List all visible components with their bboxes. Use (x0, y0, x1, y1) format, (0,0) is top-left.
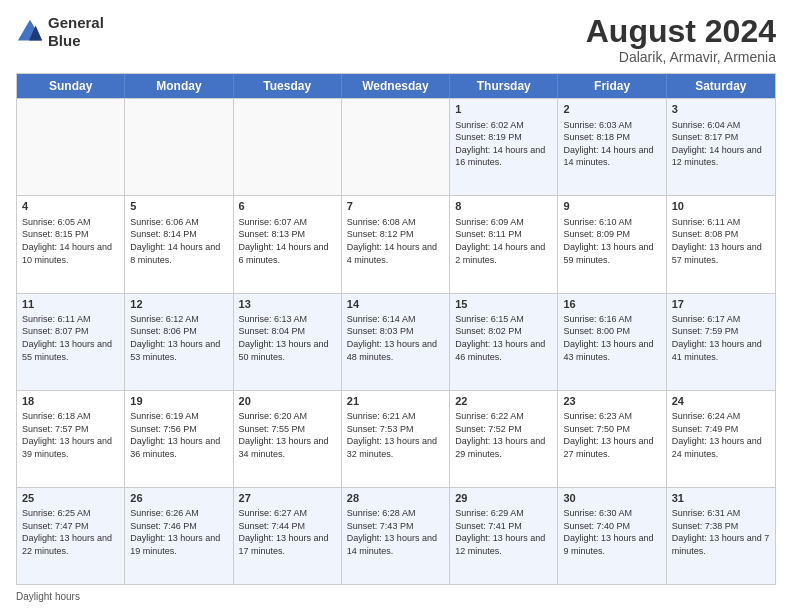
day-number: 8 (455, 199, 552, 214)
calendar-cell: 2Sunrise: 6:03 AM Sunset: 8:18 PM Daylig… (558, 99, 666, 195)
calendar-cell: 30Sunrise: 6:30 AM Sunset: 7:40 PM Dayli… (558, 488, 666, 584)
day-number: 9 (563, 199, 660, 214)
day-info: Sunrise: 6:05 AM Sunset: 8:15 PM Dayligh… (22, 216, 119, 266)
day-info: Sunrise: 6:18 AM Sunset: 7:57 PM Dayligh… (22, 410, 119, 460)
calendar-cell: 31Sunrise: 6:31 AM Sunset: 7:38 PM Dayli… (667, 488, 775, 584)
day-info: Sunrise: 6:06 AM Sunset: 8:14 PM Dayligh… (130, 216, 227, 266)
day-number: 7 (347, 199, 444, 214)
calendar-cell: 16Sunrise: 6:16 AM Sunset: 8:00 PM Dayli… (558, 294, 666, 390)
calendar: SundayMondayTuesdayWednesdayThursdayFrid… (16, 73, 776, 585)
day-number: 29 (455, 491, 552, 506)
day-number: 6 (239, 199, 336, 214)
day-number: 10 (672, 199, 770, 214)
calendar-row-2: 4Sunrise: 6:05 AM Sunset: 8:15 PM Daylig… (17, 195, 775, 292)
day-info: Sunrise: 6:08 AM Sunset: 8:12 PM Dayligh… (347, 216, 444, 266)
subtitle: Dalarik, Armavir, Armenia (586, 49, 776, 65)
calendar-cell: 28Sunrise: 6:28 AM Sunset: 7:43 PM Dayli… (342, 488, 450, 584)
calendar-cell (125, 99, 233, 195)
title-section: August 2024 Dalarik, Armavir, Armenia (586, 14, 776, 65)
calendar-row-5: 25Sunrise: 6:25 AM Sunset: 7:47 PM Dayli… (17, 487, 775, 584)
day-info: Sunrise: 6:21 AM Sunset: 7:53 PM Dayligh… (347, 410, 444, 460)
calendar-cell: 6Sunrise: 6:07 AM Sunset: 8:13 PM Daylig… (234, 196, 342, 292)
calendar-row-4: 18Sunrise: 6:18 AM Sunset: 7:57 PM Dayli… (17, 390, 775, 487)
calendar-cell: 5Sunrise: 6:06 AM Sunset: 8:14 PM Daylig… (125, 196, 233, 292)
day-number: 28 (347, 491, 444, 506)
day-number: 30 (563, 491, 660, 506)
day-number: 23 (563, 394, 660, 409)
day-info: Sunrise: 6:28 AM Sunset: 7:43 PM Dayligh… (347, 507, 444, 557)
footer: Daylight hours (16, 591, 776, 602)
footer-text: Daylight hours (16, 591, 80, 602)
calendar-cell: 12Sunrise: 6:12 AM Sunset: 8:06 PM Dayli… (125, 294, 233, 390)
day-number: 1 (455, 102, 552, 117)
day-info: Sunrise: 6:07 AM Sunset: 8:13 PM Dayligh… (239, 216, 336, 266)
day-number: 16 (563, 297, 660, 312)
calendar-cell (342, 99, 450, 195)
day-info: Sunrise: 6:11 AM Sunset: 8:07 PM Dayligh… (22, 313, 119, 363)
calendar-cell: 29Sunrise: 6:29 AM Sunset: 7:41 PM Dayli… (450, 488, 558, 584)
calendar-cell (234, 99, 342, 195)
calendar-cell: 21Sunrise: 6:21 AM Sunset: 7:53 PM Dayli… (342, 391, 450, 487)
day-of-week-wednesday: Wednesday (342, 74, 450, 98)
calendar-cell: 19Sunrise: 6:19 AM Sunset: 7:56 PM Dayli… (125, 391, 233, 487)
calendar-cell: 27Sunrise: 6:27 AM Sunset: 7:44 PM Dayli… (234, 488, 342, 584)
day-number: 19 (130, 394, 227, 409)
day-info: Sunrise: 6:19 AM Sunset: 7:56 PM Dayligh… (130, 410, 227, 460)
calendar-body: 1Sunrise: 6:02 AM Sunset: 8:19 PM Daylig… (17, 98, 775, 584)
calendar-cell: 11Sunrise: 6:11 AM Sunset: 8:07 PM Dayli… (17, 294, 125, 390)
calendar-cell: 24Sunrise: 6:24 AM Sunset: 7:49 PM Dayli… (667, 391, 775, 487)
day-info: Sunrise: 6:14 AM Sunset: 8:03 PM Dayligh… (347, 313, 444, 363)
day-info: Sunrise: 6:27 AM Sunset: 7:44 PM Dayligh… (239, 507, 336, 557)
day-number: 22 (455, 394, 552, 409)
day-number: 24 (672, 394, 770, 409)
day-info: Sunrise: 6:09 AM Sunset: 8:11 PM Dayligh… (455, 216, 552, 266)
day-info: Sunrise: 6:02 AM Sunset: 8:19 PM Dayligh… (455, 119, 552, 169)
calendar-cell: 26Sunrise: 6:26 AM Sunset: 7:46 PM Dayli… (125, 488, 233, 584)
day-info: Sunrise: 6:13 AM Sunset: 8:04 PM Dayligh… (239, 313, 336, 363)
calendar-cell: 4Sunrise: 6:05 AM Sunset: 8:15 PM Daylig… (17, 196, 125, 292)
calendar-row-1: 1Sunrise: 6:02 AM Sunset: 8:19 PM Daylig… (17, 98, 775, 195)
day-info: Sunrise: 6:30 AM Sunset: 7:40 PM Dayligh… (563, 507, 660, 557)
day-info: Sunrise: 6:16 AM Sunset: 8:00 PM Dayligh… (563, 313, 660, 363)
day-info: Sunrise: 6:31 AM Sunset: 7:38 PM Dayligh… (672, 507, 770, 557)
day-number: 4 (22, 199, 119, 214)
day-of-week-friday: Friday (558, 74, 666, 98)
day-info: Sunrise: 6:04 AM Sunset: 8:17 PM Dayligh… (672, 119, 770, 169)
calendar-cell: 22Sunrise: 6:22 AM Sunset: 7:52 PM Dayli… (450, 391, 558, 487)
day-info: Sunrise: 6:23 AM Sunset: 7:50 PM Dayligh… (563, 410, 660, 460)
day-number: 17 (672, 297, 770, 312)
logo-line1: General (48, 14, 104, 32)
day-number: 18 (22, 394, 119, 409)
day-info: Sunrise: 6:10 AM Sunset: 8:09 PM Dayligh… (563, 216, 660, 266)
day-number: 14 (347, 297, 444, 312)
day-number: 27 (239, 491, 336, 506)
day-of-week-tuesday: Tuesday (234, 74, 342, 98)
logo: General Blue (16, 14, 104, 50)
day-number: 11 (22, 297, 119, 312)
day-number: 5 (130, 199, 227, 214)
day-info: Sunrise: 6:15 AM Sunset: 8:02 PM Dayligh… (455, 313, 552, 363)
day-info: Sunrise: 6:24 AM Sunset: 7:49 PM Dayligh… (672, 410, 770, 460)
main-title: August 2024 (586, 14, 776, 49)
day-info: Sunrise: 6:22 AM Sunset: 7:52 PM Dayligh… (455, 410, 552, 460)
day-number: 12 (130, 297, 227, 312)
calendar-cell: 20Sunrise: 6:20 AM Sunset: 7:55 PM Dayli… (234, 391, 342, 487)
day-of-week-monday: Monday (125, 74, 233, 98)
calendar-cell: 18Sunrise: 6:18 AM Sunset: 7:57 PM Dayli… (17, 391, 125, 487)
day-info: Sunrise: 6:11 AM Sunset: 8:08 PM Dayligh… (672, 216, 770, 266)
day-number: 25 (22, 491, 119, 506)
day-of-week-saturday: Saturday (667, 74, 775, 98)
day-number: 21 (347, 394, 444, 409)
day-info: Sunrise: 6:12 AM Sunset: 8:06 PM Dayligh… (130, 313, 227, 363)
calendar-cell: 15Sunrise: 6:15 AM Sunset: 8:02 PM Dayli… (450, 294, 558, 390)
calendar-cell: 25Sunrise: 6:25 AM Sunset: 7:47 PM Dayli… (17, 488, 125, 584)
day-info: Sunrise: 6:17 AM Sunset: 7:59 PM Dayligh… (672, 313, 770, 363)
day-info: Sunrise: 6:03 AM Sunset: 8:18 PM Dayligh… (563, 119, 660, 169)
day-number: 26 (130, 491, 227, 506)
calendar-cell: 1Sunrise: 6:02 AM Sunset: 8:19 PM Daylig… (450, 99, 558, 195)
day-number: 13 (239, 297, 336, 312)
day-info: Sunrise: 6:20 AM Sunset: 7:55 PM Dayligh… (239, 410, 336, 460)
day-number: 15 (455, 297, 552, 312)
calendar-header: SundayMondayTuesdayWednesdayThursdayFrid… (17, 74, 775, 98)
day-number: 3 (672, 102, 770, 117)
